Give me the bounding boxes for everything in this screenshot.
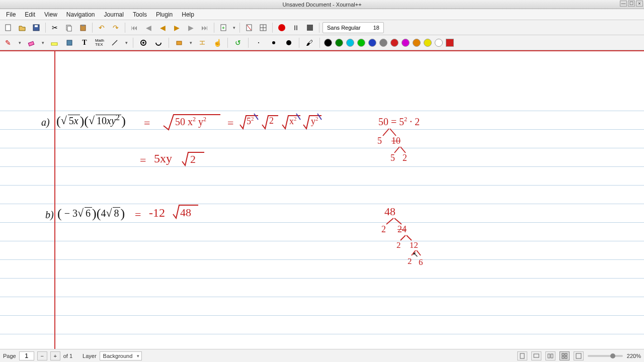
delete-page-button[interactable] — [243, 22, 255, 34]
shape-recognizer-button[interactable] — [137, 37, 149, 49]
maximize-button[interactable]: ☐ — [628, 1, 635, 7]
hand-tool[interactable]: ☝ — [211, 37, 223, 49]
svg-rect-20 — [177, 41, 182, 45]
thin-stroke-button[interactable] — [253, 37, 265, 49]
view-fullscreen-button[interactable] — [574, 351, 584, 360]
highlighter-tool[interactable] — [48, 37, 60, 49]
svg-line-33 — [400, 235, 406, 240]
cut-button[interactable]: ✂ — [49, 22, 61, 34]
svg-point-19 — [142, 42, 144, 44]
hand-a-step1: 50 x2 y2 — [175, 116, 206, 128]
menu-file[interactable]: File — [2, 10, 20, 19]
menu-plugin[interactable]: Plugin — [152, 10, 177, 19]
eraser-dropdown[interactable]: ▾ — [40, 40, 45, 45]
undo-button[interactable]: ↶ — [96, 22, 108, 34]
save-button[interactable] — [30, 22, 42, 34]
menu-help[interactable]: Help — [178, 10, 198, 19]
font-name-input[interactable] — [326, 24, 366, 31]
minimize-button[interactable]: — — [620, 1, 627, 7]
page-number-input[interactable] — [19, 351, 34, 360]
prev-page-button[interactable]: ◀ — [142, 22, 154, 34]
hand-b-step1b: 48 — [180, 206, 191, 219]
first-page-button[interactable]: ⏮ — [128, 22, 140, 34]
pen-dropdown[interactable]: ▾ — [17, 40, 22, 45]
menu-journal[interactable]: Journal — [100, 10, 128, 19]
select-dropdown[interactable]: ▾ — [188, 40, 193, 45]
page-down-button[interactable]: − — [37, 351, 47, 360]
color-blue[interactable] — [368, 39, 376, 47]
hand-a-side-eq: 50 = 52 · 2 — [378, 116, 420, 128]
color-picker-button[interactable]: 🖌 — [303, 37, 315, 49]
stop-button[interactable] — [304, 22, 316, 34]
copy-button[interactable] — [63, 22, 75, 34]
page-up-button[interactable]: + — [50, 351, 60, 360]
new-page-dropdown[interactable]: ▾ — [231, 25, 236, 30]
redo-button[interactable]: ↷ — [110, 22, 122, 34]
page-label: Page — [3, 353, 16, 359]
color-lightgreen[interactable] — [357, 39, 365, 47]
new-button[interactable] — [2, 22, 14, 34]
equals-a1: = — [144, 117, 150, 130]
toggle-grid-button[interactable] — [257, 22, 269, 34]
zoom-slider[interactable] — [588, 355, 623, 357]
pen-tool[interactable]: ✎ — [2, 37, 14, 49]
svg-rect-14 — [28, 41, 34, 46]
hand-a-tree-5b: 5 — [390, 153, 395, 163]
medium-stroke-button[interactable] — [268, 37, 280, 49]
text-tool[interactable]: T — [78, 37, 91, 49]
view-grid-button[interactable] — [559, 351, 570, 360]
titlebar: Unsaved Document - Xournal++ — ☐ × — [0, 0, 644, 9]
canvas[interactable]: a) (5x)(10xy2) = 50 x2 y2 = 52 2 x2 y2 =… — [0, 50, 644, 349]
open-button[interactable] — [16, 22, 28, 34]
color-green[interactable] — [335, 39, 343, 47]
page-total: of 1 — [63, 353, 72, 359]
font-selector[interactable] — [323, 22, 384, 33]
select-region-tool[interactable] — [63, 37, 75, 49]
color-lightblue[interactable] — [346, 39, 354, 47]
fill-color[interactable] — [446, 39, 454, 47]
hand-a-step2-5sq: 52 — [247, 116, 254, 127]
view-paired-button[interactable] — [545, 351, 555, 360]
hand-a-tree-10: 10 — [391, 136, 400, 146]
color-black[interactable] — [324, 39, 332, 47]
next-annot-button[interactable]: ▶ — [171, 22, 183, 34]
window-title: Unsaved Document - Xournal++ — [282, 2, 361, 8]
prev-annot-button[interactable]: ◀ — [156, 22, 169, 34]
color-red[interactable] — [390, 39, 398, 47]
font-size-input[interactable] — [368, 24, 380, 31]
draw-circle-button[interactable] — [152, 37, 165, 49]
view-single-page-button[interactable] — [517, 351, 527, 360]
zoom-value: 220% — [627, 353, 641, 359]
eraser-tool[interactable] — [25, 37, 37, 49]
close-window-button[interactable]: × — [636, 1, 643, 7]
thick-stroke-button[interactable] — [283, 37, 295, 49]
select-rect-tool[interactable] — [173, 37, 185, 49]
svg-rect-4 — [67, 26, 71, 31]
color-yellow[interactable] — [424, 39, 432, 47]
color-orange[interactable] — [413, 39, 421, 47]
default-tool-button[interactable]: ↺ — [232, 37, 244, 49]
color-gray[interactable] — [379, 39, 387, 47]
svg-text:+: + — [222, 25, 225, 31]
layer-selector[interactable]: Background ▾ — [100, 351, 142, 360]
menu-tools[interactable]: Tools — [129, 10, 151, 19]
menu-navigation[interactable]: Navigation — [62, 10, 99, 19]
equals-a3: = — [140, 154, 146, 167]
svg-rect-37 — [520, 353, 524, 358]
vertical-space-tool[interactable] — [196, 37, 208, 49]
menu-view[interactable]: View — [40, 10, 61, 19]
shape-dropdown[interactable]: ▾ — [124, 40, 129, 45]
hand-a-tree-5: 5 — [377, 136, 382, 146]
new-page-after-button[interactable]: + — [217, 22, 229, 34]
pause-button[interactable]: ⏸ — [290, 22, 302, 34]
color-white[interactable] — [435, 39, 443, 47]
color-magenta[interactable] — [401, 39, 410, 47]
paste-button[interactable] — [77, 22, 89, 34]
record-button[interactable] — [276, 22, 288, 34]
last-page-button[interactable]: ⏭ — [199, 22, 211, 34]
tex-tool[interactable]: MathTEX — [94, 37, 106, 49]
view-presentation-button[interactable] — [531, 351, 541, 360]
next-page-button[interactable]: ▶ — [185, 22, 197, 34]
menu-edit[interactable]: Edit — [21, 10, 39, 19]
shape-line-tool[interactable] — [109, 37, 121, 49]
